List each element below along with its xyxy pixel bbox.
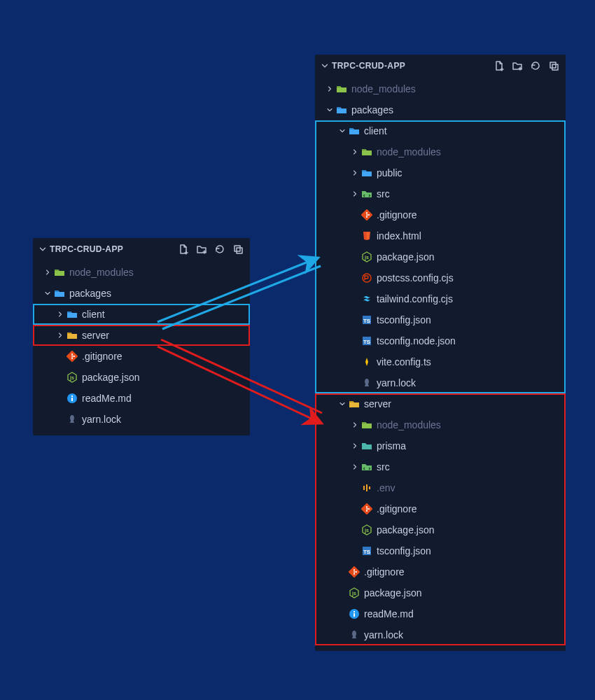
tree-folder-prisma[interactable]: prisma: [315, 435, 566, 456]
tree-label: .gitignore: [377, 209, 417, 220]
info-icon: [65, 393, 79, 404]
tree-file-vite[interactable]: vite.config.ts: [315, 351, 566, 372]
tree-label: tsconfig.json: [377, 314, 431, 326]
tree-label: .gitignore: [364, 566, 405, 578]
file-tree: node_modules packages client node_module…: [315, 77, 566, 651]
git-icon: [360, 209, 374, 220]
project-title: TRPC-CRUD-APP: [330, 61, 493, 71]
tree-file-readme[interactable]: readMe.md: [315, 603, 566, 624]
new-folder-icon[interactable]: [511, 59, 524, 72]
folder-blue-icon: [347, 125, 361, 136]
folder-blue-icon: [360, 167, 374, 178]
tree-folder-src[interactable]: src: [315, 183, 566, 204]
chevron-right-icon: [350, 169, 360, 177]
chevron-down-icon[interactable]: [37, 244, 48, 254]
client-highlight-group: client node_modules public src .gitignor…: [315, 120, 566, 393]
tree-folder-client[interactable]: client: [33, 304, 250, 325]
tree-file-gitignore[interactable]: .gitignore: [315, 498, 566, 519]
new-file-icon[interactable]: [177, 243, 190, 255]
tree-label: vite.config.ts: [377, 356, 431, 368]
collapse-icon[interactable]: [232, 243, 244, 255]
tree-file-package-json[interactable]: package.json: [33, 367, 250, 388]
tree-label: yarn.lock: [82, 414, 121, 425]
tree-label: packages: [69, 288, 111, 299]
folder-blue-icon: [65, 309, 79, 320]
tree-label: server: [364, 398, 391, 410]
tree-label: server: [82, 330, 109, 341]
tree-file-gitignore[interactable]: .gitignore: [315, 561, 566, 582]
tree-folder-server[interactable]: server: [33, 325, 250, 346]
ts-icon: [360, 335, 374, 346]
nodejs-icon: [360, 251, 374, 262]
tree-label: package.json: [377, 251, 435, 262]
ts-icon: [360, 314, 374, 326]
git-icon: [360, 503, 374, 514]
tree-file-tsconfig[interactable]: tsconfig.json: [315, 540, 566, 561]
new-file-icon[interactable]: [493, 59, 505, 72]
refresh-icon[interactable]: [529, 59, 542, 72]
tree-label: readMe.md: [364, 608, 414, 620]
tree-file-index-html[interactable]: index.html: [315, 225, 566, 246]
tree-file-tsconfig-node[interactable]: tsconfig.node.json: [315, 330, 566, 351]
tree-file-env[interactable]: .env: [315, 477, 566, 498]
tree-label: .env: [377, 482, 395, 493]
tree-label: tsconfig.json: [377, 545, 431, 556]
chevron-down-icon: [43, 289, 52, 298]
chevron-right-icon: [350, 421, 360, 429]
chevron-down-icon: [325, 106, 335, 114]
tree-folder-packages[interactable]: packages: [33, 283, 250, 304]
vite-icon: [360, 356, 374, 368]
tree-label: prisma: [377, 440, 406, 451]
tree-label: .gitignore: [377, 503, 417, 514]
tree-file-package-json[interactable]: package.json: [315, 582, 566, 603]
tree-label: tailwind.config.cjs: [377, 293, 453, 304]
tree-folder-node-modules[interactable]: node_modules: [315, 414, 566, 435]
tree-file-package-json[interactable]: package.json: [315, 246, 566, 267]
tree-label: yarn.lock: [377, 377, 416, 388]
folder-teal-icon: [360, 440, 374, 451]
project-title: TRPC-CRUD-APP: [48, 244, 177, 254]
chevron-down-icon: [337, 127, 347, 135]
yarn-icon: [65, 414, 79, 425]
git-icon: [347, 566, 361, 578]
panel-header: TRPC-CRUD-APP: [33, 238, 250, 260]
panel-header: TRPC-CRUD-APP: [315, 55, 566, 77]
tree-file-readme[interactable]: readMe.md: [33, 388, 250, 409]
tree-folder-node-modules[interactable]: node_modules: [315, 78, 566, 99]
tree-file-package-json[interactable]: package.json: [315, 519, 566, 540]
tree-folder-node-modules[interactable]: node_modules: [33, 262, 250, 283]
tree-folder-packages[interactable]: packages: [315, 99, 566, 120]
tree-folder-server[interactable]: server: [315, 393, 566, 414]
tree-folder-src[interactable]: src: [315, 456, 566, 477]
folder-icon: [347, 398, 361, 410]
tree-label: index.html: [377, 230, 421, 241]
tree-label: client: [364, 125, 387, 136]
tree-file-tailwind[interactable]: tailwind.config.cjs: [315, 288, 566, 309]
file-explorer-right: TRPC-CRUD-APP node_modules packages clie…: [315, 55, 566, 651]
collapse-icon[interactable]: [547, 59, 560, 72]
tree-label: src: [377, 188, 390, 200]
tree-folder-node-modules[interactable]: node_modules: [315, 141, 566, 162]
refresh-icon[interactable]: [214, 243, 226, 255]
info-icon: [347, 608, 361, 620]
tree-label: public: [377, 167, 402, 178]
folder-src-icon: [360, 461, 374, 472]
tree-file-tsconfig[interactable]: tsconfig.json: [315, 309, 566, 330]
folder-icon: [65, 330, 79, 341]
new-folder-icon[interactable]: [195, 243, 208, 255]
tree-file-gitignore[interactable]: .gitignore: [33, 346, 250, 367]
chevron-right-icon: [325, 85, 335, 93]
tree-file-yarn-lock[interactable]: yarn.lock: [315, 624, 566, 645]
chevron-down-icon[interactable]: [319, 61, 330, 71]
tree-folder-public[interactable]: public: [315, 162, 566, 183]
file-explorer-left: TRPC-CRUD-APP node_modules packages clie…: [33, 238, 250, 435]
tree-file-gitignore[interactable]: .gitignore: [315, 204, 566, 225]
tree-file-yarn-lock[interactable]: yarn.lock: [33, 409, 250, 430]
tree-folder-client[interactable]: client: [315, 120, 566, 141]
tree-label: node_modules: [377, 419, 441, 430]
tree-file-postcss[interactable]: postcss.config.cjs: [315, 267, 566, 288]
nodejs-icon: [360, 524, 374, 536]
tree-label: yarn.lock: [364, 629, 403, 640]
tree-file-yarn-lock[interactable]: yarn.lock: [315, 372, 566, 393]
tree-label: node_modules: [69, 267, 134, 278]
